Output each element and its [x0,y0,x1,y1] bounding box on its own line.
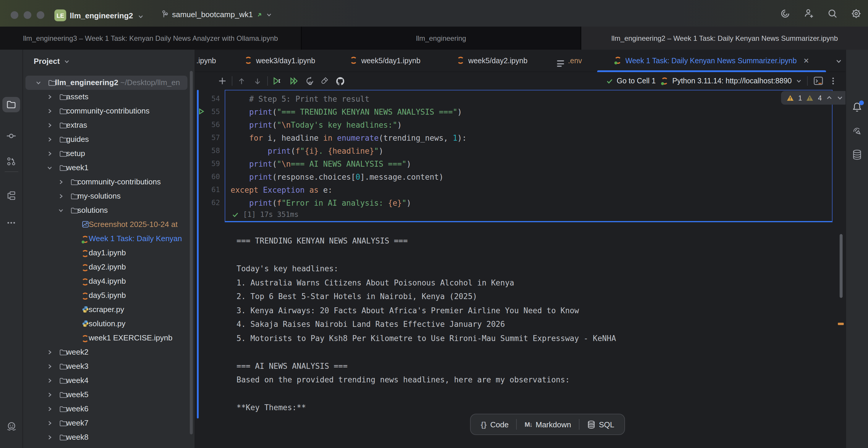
inspections-widget[interactable]: 1 4 [781,91,845,105]
window-tab-llm-engineering2-active[interactable]: llm_engineering2 – Week 1 Task: Daily Ke… [581,27,868,50]
tree-item-week2[interactable]: week2 [23,345,194,359]
more-tools-button[interactable] [2,215,20,230]
tree-chevron-icon[interactable] [47,349,53,355]
add-user-icon[interactable] [803,8,815,20]
tree-item-week5[interactable]: week5 [23,388,194,402]
code-line[interactable]: # Step 5: Print the result [230,93,832,106]
close-window-button[interactable] [11,11,18,19]
tree-chevron-icon[interactable] [47,406,53,412]
tree-chevron-icon[interactable] [47,363,53,370]
code-line[interactable]: print("\n=== AI NEWS ANALYSIS ===") [230,158,832,171]
project-panel-header[interactable]: Project [23,50,194,72]
tree-item-setup[interactable]: setup [23,147,194,161]
tree-item-week7[interactable]: week7 [23,416,194,430]
tree-item-day5-ipynb[interactable]: day5.ipynb [23,288,194,302]
structure-tool-button[interactable] [2,188,20,203]
editor-tab-week5-day1-ipynb[interactable]: week5/day1.ipynb [337,50,433,72]
add-code-cell-button[interactable]: {} Code [473,414,516,435]
tree-chevron-icon[interactable] [58,207,64,213]
editor-tab--env[interactable]: .env [551,50,588,72]
tree-item-assets[interactable]: assets [23,90,194,104]
tree-item-community-contributions[interactable]: community-contributions [23,104,194,118]
editor-tab-clipped[interactable]: .ipynb [195,50,216,72]
tree-item-guides[interactable]: guides [23,132,194,147]
code-line[interactable]: print(response.choices[0].message.conten… [230,171,832,184]
tree-item-solutions[interactable]: solutions [23,203,194,218]
jupyter-console-icon[interactable] [813,76,824,86]
tree-item--env[interactable]: .env [23,444,194,448]
run-all-cells-icon[interactable] [288,75,300,87]
tree-item-week4[interactable]: week4 [23,374,194,388]
tree-item-scraper-py[interactable]: scraper.py [23,302,194,317]
kernel-selector[interactable]: Python 3.11.14: http://localhost:8890 [661,77,802,85]
tree-item-week3[interactable]: week3 [23,359,194,374]
tree-chevron-icon[interactable] [47,392,53,398]
code-line[interactable]: print(f"{i}. {headline}") [230,145,832,158]
tree-item-week8[interactable]: week8 [23,430,194,444]
code-line[interactable]: print(f"Error in AI analysis: {e}") [230,197,832,210]
tree-item-week6[interactable]: week6 [23,402,194,416]
editor-tab-week5-day2-ipynb[interactable]: week5/day2.ipynb [443,50,541,72]
pull-requests-tool-button[interactable] [2,154,20,169]
previous-warning-chevron-up-icon[interactable] [826,95,833,101]
notebook-content[interactable]: 545556575859606162 # Step 5: Print the r… [195,90,845,448]
jupyter-tool-button[interactable] [2,444,20,448]
ai-chat-tool-button[interactable] [848,124,866,139]
tree-chevron-icon[interactable] [47,165,53,171]
database-tool-button[interactable] [848,147,866,163]
github-icon[interactable] [334,75,346,87]
code-line[interactable]: except Exception as e: [230,184,832,197]
tree-item-day4-ipynb[interactable]: day4.ipynb [23,274,194,288]
maximize-window-button[interactable] [37,11,44,19]
tree-item-day2-ipynb[interactable]: day2.ipynb [23,260,194,274]
project-chevron-down-icon[interactable] [138,13,144,20]
tree-chevron-icon[interactable] [47,378,53,384]
add-markdown-cell-button[interactable]: M↓ Markdown [517,414,579,435]
code-line[interactable]: print("\nToday's key headlines:") [230,119,832,132]
editor-scrollbar-thumb[interactable] [840,234,843,298]
tree-chevron-icon[interactable] [47,151,53,157]
tree-chevron-icon[interactable] [58,193,64,199]
tree-item-day1-ipynb[interactable]: day1.ipynb [23,246,194,260]
run-line-gutter-icon[interactable] [198,108,205,115]
restart-kernel-icon[interactable] [304,75,316,87]
tree-chevron-icon[interactable] [47,435,53,440]
move-cell-up-icon[interactable] [235,75,247,87]
tree-item-week1[interactable]: week1 [23,161,194,175]
tree-chevron-icon[interactable] [47,94,53,100]
tree-item-my-solutions[interactable]: my-solutions [23,189,194,203]
branch-chevron-down-icon[interactable] [266,11,272,18]
more-options-kebab-icon[interactable] [829,76,837,86]
code-line[interactable]: print("=== TRENDING KENYAN NEWS ANALYSIS… [230,106,832,119]
tree-chevron-icon[interactable] [35,80,41,86]
commit-tool-button[interactable] [2,128,20,143]
project-panel-chevron-down-icon[interactable] [64,59,70,64]
add-cell-icon[interactable] [216,75,228,87]
tree-item-solution-py[interactable]: solution.py [23,317,194,331]
tree-chevron-icon[interactable] [58,179,64,185]
editor-tab-week3-day1-ipynb[interactable]: week3/day1.ipynb [232,50,328,72]
tree-chevron-icon[interactable] [47,136,53,142]
settings-gear-icon[interactable] [850,8,862,20]
project-name[interactable]: llm_engineering2 [70,11,133,20]
tree-item-week1-exercise-ipynb[interactable]: week1 EXERCISE.ipynb [23,331,194,345]
window-tab-llm-engineering[interactable]: llm_engineering [302,27,581,50]
tree-chevron-icon[interactable] [47,122,53,128]
code-cell[interactable]: # Step 5: Print the result print("=== TR… [225,90,833,222]
tree-item-extras[interactable]: extras [23,118,194,132]
tree-item-week-1-task-daily-kenyan[interactable]: Week 1 Task: Daily Kenyan [23,232,194,246]
go-to-cell-button[interactable]: Go to Cell 1 [606,77,656,85]
ai-assistant-icon[interactable] [779,8,791,20]
code-line[interactable]: for i, headline in enumerate(trending_ne… [230,132,832,145]
project-tree-scrollbar[interactable] [190,71,193,435]
tree-item-llm-engineering2[interactable]: llm_engineering2 ~/Desktop/llm_en [23,76,194,90]
project-tool-button[interactable] [2,97,20,112]
window-controls[interactable] [11,11,44,19]
search-icon[interactable] [827,8,838,20]
tree-chevron-icon[interactable] [47,420,53,426]
tree-chevron-icon[interactable] [47,108,53,114]
run-cell-icon[interactable] [271,75,283,87]
notifications-bell-icon[interactable] [848,99,866,115]
vcs-branch-widget[interactable]: samuel_bootcamp_wk1 [161,10,272,19]
tree-item-screenshot-2025-10-24-at[interactable]: Screenshot 2025-10-24 at [23,218,194,232]
